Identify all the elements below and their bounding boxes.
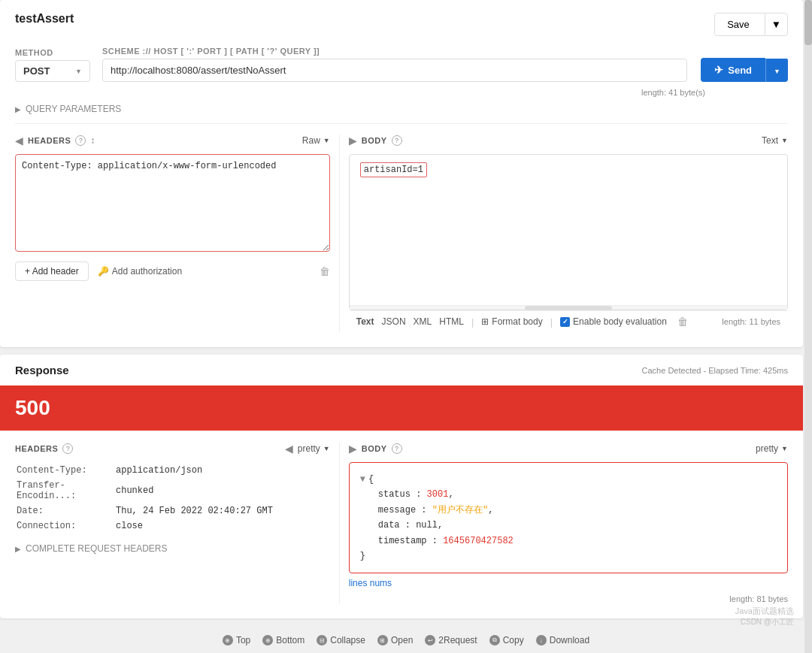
scrollbar-thumb[interactable] — [804, 0, 812, 45]
watermark-line1: Java面试题精选 — [735, 606, 794, 617]
save-button[interactable]: Save — [714, 13, 765, 36]
response-panel: Response Cache Detected - Elapsed Time: … — [0, 355, 803, 618]
response-headers-table: Content-Type: application/json Transfer-… — [15, 462, 330, 534]
response-headers-section: HEADERS ? ◀ pretty ▼ — [15, 443, 340, 603]
headers-section-header: ◀ HEADERS ? ↕ Raw ▼ — [15, 135, 330, 147]
headers-sort-icon[interactable]: ↕ — [90, 135, 95, 146]
method-value: POST — [23, 65, 50, 77]
response-headers-pretty-select[interactable]: pretty ▼ — [298, 443, 330, 454]
method-select[interactable]: POST ▼ — [15, 60, 90, 82]
response-body-area: HEADERS ? ◀ pretty ▼ — [0, 431, 803, 618]
format-text-option[interactable]: Text — [356, 316, 374, 327]
query-params-toggle[interactable]: ▶ QUERY PARAMETERS — [15, 104, 788, 114]
complete-headers-arrow-icon: ▶ — [15, 545, 21, 553]
scrollbar[interactable] — [804, 0, 812, 653]
response-headers-section-header: HEADERS ? ◀ pretty ▼ — [15, 443, 330, 455]
query-params-arrow-icon: ▶ — [15, 105, 21, 113]
json-line-message: message : "用户不存在", — [360, 503, 777, 518]
url-length: length: 41 byte(s) — [641, 88, 705, 97]
headers-textarea[interactable]: Content-Type: application/x-www-form-url… — [15, 154, 330, 252]
bottom-button[interactable]: ⊕ Bottom — [262, 635, 304, 645]
format-divider1: | — [471, 316, 474, 328]
response-hb-row: HEADERS ? ◀ pretty ▼ — [15, 443, 788, 603]
response-body-length: length: 81 bytes — [349, 594, 788, 603]
response-body-collapse-button[interactable]: ▶ — [349, 443, 357, 455]
pretty-chevron-icon: ▼ — [323, 445, 330, 452]
headers-section: ◀ HEADERS ? ↕ Raw ▼ Content-Type: applic… — [15, 135, 340, 332]
body-pretty-chevron-icon: ▼ — [781, 445, 788, 452]
method-chevron-icon: ▼ — [75, 68, 82, 75]
enable-eval-checkbox[interactable]: ✓ — [560, 317, 570, 327]
watermark-line2: CSDN @小工匠 — [741, 617, 794, 627]
headers-trash-icon[interactable]: 🗑 — [320, 265, 330, 277]
table-row: Connection: close — [17, 519, 329, 533]
body-length: length: 11 bytes — [722, 317, 780, 326]
response-header: Response Cache Detected - Elapsed Time: … — [0, 355, 803, 385]
key-icon: 🔑 — [98, 266, 109, 277]
bottom-bar: ⊕ Top ⊕ Bottom ⊟ Collapse ⊞ Open ↩ 2Requ… — [0, 626, 812, 653]
table-row: Date: Thu, 24 Feb 2022 02:40:27 GMT — [17, 504, 329, 518]
response-body-label: BODY — [362, 444, 387, 453]
headers-raw-button[interactable]: Raw ▼ — [302, 135, 330, 146]
header-key-content-type: Content-Type: — [17, 464, 114, 477]
query-params-label: QUERY PARAMETERS — [26, 104, 121, 114]
complete-request-headers-toggle[interactable]: ▶ COMPLETE REQUEST HEADERS — [15, 543, 330, 554]
request2-icon: ↩ — [425, 635, 435, 645]
header-val-content-type: application/json — [116, 464, 329, 477]
send-button[interactable]: ✈ Send — [701, 58, 765, 82]
send-button-group: ✈ Send ▼ — [701, 58, 788, 82]
download-button[interactable]: ↓ Download — [536, 635, 589, 645]
header-key-date: Date: — [17, 504, 114, 518]
enable-eval-toggle[interactable]: ✓ Enable body evaluation — [560, 316, 667, 327]
response-headers-help-icon[interactable]: ? — [62, 443, 73, 454]
response-headers-left: HEADERS ? — [15, 443, 73, 454]
save-dropdown-button[interactable]: ▼ — [765, 13, 788, 36]
body-content[interactable]: artisanId=1 — [350, 155, 787, 305]
response-headers-label: HEADERS — [15, 444, 58, 453]
json-line-status: status : 3001, — [360, 487, 777, 502]
json-line-open: ▼{ — [360, 472, 777, 487]
body-textarea-container: artisanId=1 — [349, 154, 788, 310]
body-format-bar: Text JSON XML HTML | ⊞ Format body | ✓ E… — [349, 310, 788, 332]
copy-button[interactable]: ⧉ Copy — [489, 635, 524, 645]
collapse-icon: ⊟ — [317, 635, 327, 645]
header-key-connection: Connection: — [17, 519, 114, 533]
response-body-pretty-select[interactable]: pretty ▼ — [756, 443, 788, 454]
table-row: Transfer-Encodin...: chunked — [17, 479, 329, 503]
format-body-button[interactable]: ⊞ Format body — [481, 316, 542, 327]
top-button[interactable]: ⊕ Top — [223, 635, 250, 645]
header-val-connection: close — [116, 519, 329, 533]
format-xml-option[interactable]: XML — [414, 316, 432, 327]
response-headers-collapse-button[interactable]: ◀ — [285, 443, 293, 455]
add-header-button[interactable]: + Add header — [15, 262, 89, 281]
format-html-option[interactable]: HTML — [439, 316, 464, 327]
request2-button[interactable]: ↩ 2Request — [425, 635, 477, 645]
lines-nums-link[interactable]: lines nums — [349, 578, 788, 588]
url-input[interactable] — [102, 59, 687, 82]
body-section: ▶ BODY ? Text ▼ artisanId=1 — [340, 135, 788, 332]
add-auth-button[interactable]: 🔑 Add authorization — [98, 266, 182, 277]
open-button[interactable]: ⊞ Open — [377, 635, 413, 645]
response-json-box: ▼{ status : 3001, message : "用户不存在", dat… — [349, 462, 788, 573]
send-plane-icon: ✈ — [714, 64, 723, 76]
format-json-option[interactable]: JSON — [382, 316, 406, 327]
body-delete-icon[interactable]: 🗑 — [677, 316, 688, 328]
status-bar: 500 — [0, 385, 803, 431]
body-text-select-button[interactable]: Text ▼ — [762, 135, 788, 146]
body-collapse-button[interactable]: ▶ — [349, 135, 357, 147]
headers-collapse-button[interactable]: ◀ — [15, 135, 23, 147]
response-body-help-icon[interactable]: ? — [392, 443, 402, 454]
body-section-header-left: ▶ BODY ? — [349, 135, 402, 147]
headers-help-icon[interactable]: ? — [75, 135, 86, 146]
download-icon: ↓ — [536, 635, 547, 645]
json-line-close: } — [360, 549, 777, 564]
watermark: Java面试题精选 CSDN @小工匠 — [735, 606, 794, 627]
url-label: SCHEME :// HOST [ ':' PORT ] [ PATH [ '?… — [102, 47, 687, 56]
send-dropdown-button[interactable]: ▼ — [765, 59, 788, 82]
main-container: testAssert Save ▼ METHOD POST ▼ — [0, 0, 812, 653]
response-title: Response — [15, 364, 69, 376]
body-help-icon[interactable]: ? — [392, 135, 402, 146]
request-panel: testAssert Save ▼ METHOD POST ▼ — [0, 0, 803, 347]
open-icon: ⊞ — [377, 635, 388, 645]
collapse-button[interactable]: ⊟ Collapse — [317, 635, 365, 645]
